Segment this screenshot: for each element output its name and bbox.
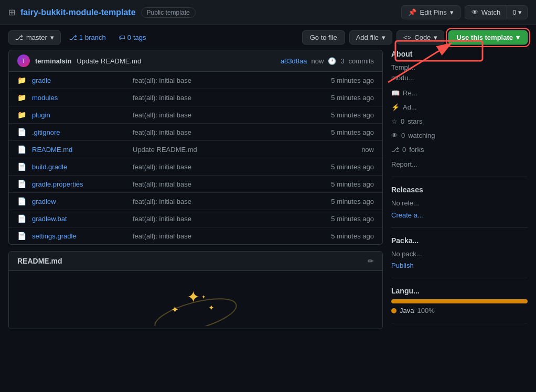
file-time: 5 minutes ago (331, 180, 374, 188)
file-icon: 📄 (17, 162, 26, 171)
commits-label[interactable]: commits (349, 57, 374, 65)
table-row[interactable]: 📁 gradle feat(all): initial base 5 minut… (9, 72, 382, 89)
file-name[interactable]: settings.gradle (32, 232, 126, 240)
svg-text:✦: ✦ (201, 294, 206, 300)
edit-readme-icon[interactable]: ✏ (368, 257, 374, 265)
file-icon: 📁 (17, 111, 26, 119)
chevron-down-icon: ▾ (434, 34, 437, 41)
table-row[interactable]: 📁 plugin feat(all): initial base 5 minut… (9, 106, 382, 124)
commit-meta: a83d8aa now 🕐 3 commits (281, 57, 374, 65)
publish-link[interactable]: Publish (391, 262, 414, 269)
edit-pins-button[interactable]: 📌 Edit Pins ▾ (401, 5, 460, 19)
commit-bar: T terminalsin Update README.md a83d8aa n… (8, 50, 383, 72)
language-entry: Java 100% (391, 307, 528, 314)
file-icon: 📄 (17, 128, 26, 136)
main-layout: T terminalsin Update README.md a83d8aa n… (0, 50, 536, 329)
file-time: 5 minutes ago (331, 163, 374, 171)
table-row[interactable]: 📄 .gitignore feat(all): initial base 5 m… (9, 124, 382, 141)
file-time: 5 minutes ago (331, 111, 374, 119)
file-icon: 📄 (17, 232, 26, 240)
svg-text:✦: ✦ (171, 304, 179, 315)
tags-link[interactable]: 🏷 0 tags (114, 31, 151, 44)
book-icon: 📖 (391, 89, 400, 97)
releases-title: Releases (391, 186, 528, 194)
file-name[interactable]: gradlew (32, 198, 126, 205)
file-name[interactable]: gradle (32, 77, 126, 84)
file-time: now (361, 146, 374, 154)
stars-stat[interactable]: ☆ 0 stars (391, 117, 528, 125)
use-template-button[interactable]: Use this template ▾ (448, 30, 528, 45)
file-time: 5 minutes ago (331, 215, 374, 223)
watch-main-button[interactable]: 👁 Watch (465, 5, 507, 19)
activity-stat[interactable]: ⚡ Ad... (391, 103, 528, 111)
table-row[interactable]: 📄 gradlew feat(all): initial base 5 minu… (9, 193, 382, 210)
file-name[interactable]: plugin (32, 111, 126, 119)
watch-count-button[interactable]: 0 ▾ (507, 5, 528, 19)
table-row[interactable]: 📄 gradle.properties feat(all): initial b… (9, 176, 382, 193)
commit-hash[interactable]: a83d8aa (281, 57, 307, 65)
about-section: About Templ...modu... 📖 Re... ⚡ Ad... ☆ … (391, 50, 528, 177)
file-name[interactable]: .gitignore (32, 128, 126, 136)
watch-button-group: 👁 Watch 0 ▾ (465, 5, 528, 19)
branch-selector[interactable]: ⎇ master ▾ (8, 30, 61, 45)
file-commit-message: feat(all): initial base (133, 215, 325, 223)
file-icon: 📁 (17, 93, 26, 102)
language-name[interactable]: Java (400, 307, 414, 314)
readme-header: README.md ✏ (9, 252, 382, 271)
sparkle-decoration: ✦ ✦ ✦ ✦ (143, 274, 248, 326)
file-commit-message: feat(all): initial base (133, 163, 325, 171)
about-description: Templ...modu... (391, 62, 528, 83)
file-commit-message: feat(all): initial base (133, 198, 325, 205)
file-name[interactable]: build.gradle (32, 163, 126, 171)
add-file-button[interactable]: Add file ▾ (349, 30, 392, 45)
file-name[interactable]: modules (32, 94, 126, 102)
repo-name[interactable]: fairy-bukkit-module-template (20, 8, 136, 17)
pin-icon: 📌 (408, 8, 416, 16)
file-time: 5 minutes ago (331, 198, 374, 205)
file-commit-message: feat(all): initial base (133, 77, 325, 84)
public-template-badge: Public template (141, 7, 196, 18)
code-button[interactable]: <> Code ▾ (396, 30, 444, 45)
file-name[interactable]: gradle.properties (32, 180, 126, 188)
file-commit-message: feat(all): initial base (133, 180, 325, 188)
watchers-stat[interactable]: 👁 0 watching (391, 132, 528, 139)
clock-icon: 🕐 (328, 57, 336, 65)
file-name[interactable]: README.md (32, 146, 126, 154)
language-dot (391, 308, 396, 313)
about-title: About (391, 50, 528, 58)
packages-title: Packa... (391, 236, 528, 245)
commit-author[interactable]: terminalsin (35, 57, 71, 65)
svg-text:✦: ✦ (208, 303, 215, 312)
forks-stat[interactable]: ⎇ 0 forks (391, 146, 528, 154)
table-row[interactable]: 📁 modules feat(all): initial base 5 minu… (9, 89, 382, 106)
language-percent: 100% (417, 307, 434, 314)
file-table: 📁 gradle feat(all): initial base 5 minut… (8, 72, 383, 245)
table-row[interactable]: 📄 README.md Update README.md now (9, 141, 382, 158)
star-icon: ☆ (391, 117, 398, 125)
create-release-link[interactable]: Create a... (391, 211, 423, 219)
languages-title: Langu... (391, 287, 528, 295)
language-bar-container: Java 100% (391, 299, 528, 314)
report-link[interactable]: Report... (391, 160, 417, 168)
readme-title: README.md (17, 257, 62, 265)
top-bar-right: 📌 Edit Pins ▾ 👁 Watch 0 ▾ (401, 5, 528, 19)
chevron-down-icon: ▾ (382, 34, 385, 41)
go-to-file-button[interactable]: Go to file (302, 30, 345, 45)
chevron-down-icon: ▾ (450, 8, 454, 16)
file-commit-message: feat(all): initial base (133, 232, 325, 240)
table-row[interactable]: 📄 build.gradle feat(all): initial base 5… (9, 158, 382, 176)
file-commit-message: Update README.md (133, 146, 355, 154)
readme-section: README.md ✏ ✦ ✦ ✦ ✦ (8, 251, 383, 329)
fork-icon: ⎇ (391, 146, 399, 154)
file-name[interactable]: gradlew.bat (32, 215, 126, 223)
chevron-down-icon: ▾ (518, 8, 522, 16)
table-row[interactable]: 📄 settings.gradle feat(all): initial bas… (9, 227, 382, 244)
branches-link[interactable]: ⎇ 1 branch (65, 31, 110, 44)
file-time: 5 minutes ago (331, 94, 374, 102)
file-time: 5 minutes ago (331, 77, 374, 84)
language-bar (391, 299, 528, 303)
activity-icon: ⚡ (391, 103, 400, 111)
table-row[interactable]: 📄 gradlew.bat feat(all): initial base 5 … (9, 210, 382, 227)
releases-section: Releases No rele... Create a... (391, 177, 528, 228)
readme-stat[interactable]: 📖 Re... (391, 89, 528, 97)
